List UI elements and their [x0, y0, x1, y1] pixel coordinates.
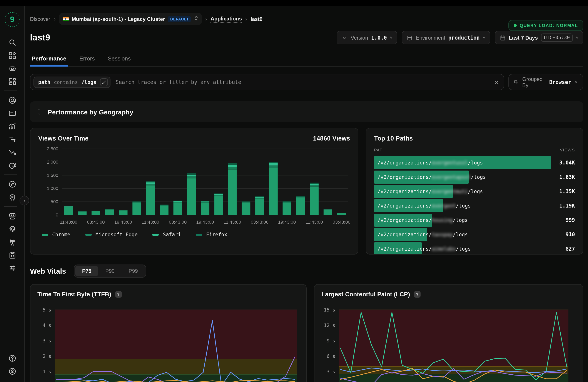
filter-chip-path[interactable]: path contains /logs [34, 76, 110, 88]
percentile-p90-button[interactable]: P90 [98, 266, 122, 276]
sidebar-item-settings-sliders[interactable] [4, 261, 21, 275]
search-placeholder[interactable]: Search traces or filter by any attribute [115, 79, 241, 85]
grouped-by-control[interactable]: Grouped By Browser × [508, 74, 583, 90]
svg-text:2 s: 2 s [43, 354, 51, 359]
hosts-server-icon [8, 212, 16, 220]
views-over-time-panel: Views Over Time 14860 Views 05001,0001,5… [30, 128, 358, 255]
lcp-card: Largest Contentful Paint (LCP) ? 15 s12 … [314, 284, 583, 382]
percentile-p99-button[interactable]: P99 [122, 266, 145, 276]
svg-text:4 s: 4 s [43, 323, 51, 328]
tab-bar: Performance Errors Sessions [30, 52, 583, 66]
sidebar-item-help[interactable] [4, 352, 21, 365]
search-icon [8, 38, 16, 46]
legend-item[interactable]: Safari [152, 232, 181, 237]
sidebar-item-alerts-at[interactable] [4, 94, 21, 106]
sidebar-item-hosts-server[interactable] [4, 209, 21, 222]
views-cell: 3.04K [559, 160, 575, 166]
ttfb-line-chart[interactable]: 5 s4 s3 s2 s1 s [37, 304, 298, 382]
legend-item[interactable]: Chrome [42, 232, 70, 237]
sidebar-item-changelog-card[interactable] [4, 106, 21, 120]
svg-text:1,000: 1,000 [47, 186, 58, 191]
collapse-chevrons-icon[interactable]: ⌃⌄ [38, 109, 41, 115]
account-icon [8, 367, 16, 375]
sidebar-item-ai-head[interactable] [4, 191, 21, 204]
sidebar-item-traces[interactable] [4, 133, 21, 146]
sidebar-item-telemetry-antenna[interactable] [4, 235, 21, 248]
sidebar-item-apps-grid[interactable] [4, 49, 21, 62]
traces-icon [8, 135, 16, 143]
help-icon[interactable]: ? [414, 291, 420, 297]
legend-swatch-icon [85, 233, 92, 235]
edit-pencil-icon[interactable] [100, 78, 108, 86]
help-icon[interactable]: ? [115, 291, 122, 297]
svg-text:03:43:00: 03:43:00 [169, 219, 187, 225]
chevron-updown-icon[interactable] [194, 15, 198, 23]
calendar-icon [500, 35, 506, 41]
sidebar-item-discover-compass[interactable] [4, 177, 21, 191]
breadcrumb-discover[interactable]: Discover [30, 16, 50, 22]
lcp-line-chart[interactable]: 15 s12 s9 s6 s3 s [321, 304, 570, 382]
table-row[interactable]: /v2/organizations/aimelabs/logs827 [374, 242, 575, 255]
table-row[interactable]: /v2/organizations/evergentussl/logs3.04K [374, 156, 575, 169]
svg-text:19:43:00: 19:43:00 [196, 219, 214, 225]
sidebar-item-integrations-clipboard[interactable] [4, 248, 21, 261]
time-range-selector[interactable]: Last 7 Days UTC+05:30 ˅ [495, 31, 583, 44]
sidebar-item-grafana[interactable] [4, 222, 21, 235]
breadcrumb: Discover › Mumbai (ap-south-1) - Legacy … [30, 13, 583, 25]
cluster-name: Mumbai (ap-south-1) - Legacy Cluster [72, 16, 165, 22]
svg-text:6 s: 6 s [327, 354, 335, 359]
views-chart-legend: ChromeMicrosoft EdgeSafariFirefox [38, 232, 350, 237]
svg-text:11:43:00: 11:43:00 [306, 219, 323, 225]
metrics-chart-icon [8, 122, 16, 130]
tab-errors[interactable]: Errors [79, 52, 96, 66]
percentile-p75-button[interactable]: P75 [75, 266, 99, 276]
apps-grid-icon [8, 51, 16, 59]
default-badge: DEFAULT [168, 16, 191, 22]
sidebar-item-service-flow[interactable] [4, 146, 21, 159]
sidebar-item-metrics-chart[interactable] [4, 120, 21, 133]
environment-selector[interactable]: Environment production ˅ [402, 31, 490, 44]
sidebar-item-incident-pie[interactable] [4, 159, 21, 172]
svg-text:1 s: 1 s [43, 369, 51, 374]
tab-sessions[interactable]: Sessions [107, 52, 132, 66]
legend-item[interactable]: Firefox [196, 232, 227, 237]
page-title: last9 [30, 33, 50, 43]
svg-text:11:43:00: 11:43:00 [142, 219, 159, 225]
clear-filters-icon[interactable]: × [495, 79, 498, 85]
cluster-selector[interactable]: Mumbai (ap-south-1) - Legacy Cluster DEF… [59, 13, 202, 25]
service-flow-icon [8, 148, 16, 156]
remove-group-icon[interactable]: × [575, 79, 578, 85]
views-cell: 1.35K [559, 188, 575, 194]
ttfb-title: Time To First Byte (TTFB) [37, 291, 111, 297]
svg-text:11:43:00: 11:43:00 [224, 219, 241, 225]
bot-icon [8, 64, 16, 72]
top-paths-title: Top 10 Paths [374, 135, 575, 142]
india-flag-icon [63, 17, 68, 21]
sidebar: 9 › [0, 6, 25, 382]
tab-performance[interactable]: Performance [31, 52, 67, 66]
sidebar-item-search[interactable] [4, 36, 21, 49]
grafana-icon [8, 225, 16, 233]
column-header-path: PATH [374, 148, 386, 152]
table-row[interactable]: /v2/organizations/taxspay/logs910 [374, 228, 575, 241]
geography-section-header[interactable]: ⌃⌄ Performance by Geography [30, 101, 583, 122]
search-bar[interactable]: path contains /logs Search traces or fil… [30, 74, 504, 90]
sidebar-item-dashboards[interactable] [4, 75, 21, 88]
views-bar-chart[interactable]: 05001,0001,5002,0002,50011:43:0003:43:00… [38, 142, 351, 228]
svg-text:19:43:00: 19:43:00 [114, 219, 132, 225]
legend-item[interactable]: Microsoft Edge [85, 232, 138, 237]
table-row[interactable]: /v2/organizations/housing/logs999 [374, 214, 575, 227]
table-row[interactable]: /v2/organizations/evergent/logs1.19K [374, 199, 575, 212]
table-row[interactable]: /v2/organizations/evergentapssl/logs1.63… [374, 170, 575, 184]
sidebar-item-bot[interactable] [4, 62, 21, 75]
telemetry-antenna-icon [8, 238, 16, 246]
path-cell: /v2/organizations/taxspay/logs [374, 232, 468, 237]
breadcrumb-applications[interactable]: Applications [210, 16, 242, 22]
sidebar-expand-handle[interactable]: › [20, 196, 29, 205]
views-cell: 910 [566, 232, 575, 237]
version-selector[interactable]: Version 1.0.0 ˅ [337, 31, 397, 44]
table-row[interactable]: /v2/organizations/evergentmuti/logs1.35K [374, 185, 575, 198]
top-paths-panel: Top 10 Paths PATH VIEWS /v2/organization… [366, 128, 583, 255]
sidebar-item-account[interactable] [4, 365, 21, 378]
last9-logo-icon[interactable]: 9 [5, 12, 20, 27]
